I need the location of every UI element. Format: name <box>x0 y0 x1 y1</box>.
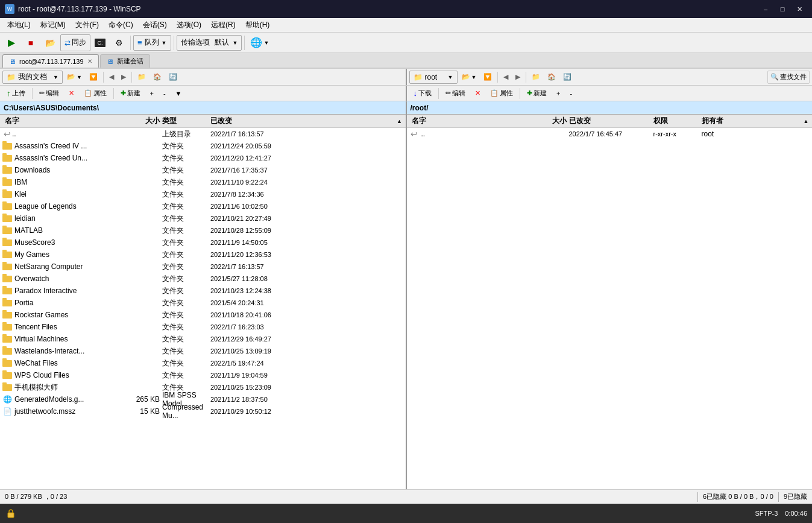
right-refresh-btn[interactable]: 🔄 <box>560 71 574 84</box>
right-minus-btn[interactable]: - <box>565 87 576 100</box>
right-add-btn[interactable]: + <box>552 87 564 100</box>
table-row[interactable]: Virtual Machines文件夹2021/12/29 16:49:27 <box>0 333 406 345</box>
right-col-name-header[interactable]: 名字 <box>409 116 527 126</box>
table-row[interactable]: Klei文件夹2021/7/8 12:34:36 <box>0 188 406 200</box>
left-home-btn[interactable]: 🏠 <box>150 71 165 84</box>
table-row[interactable]: Downloads文件夹2021/7/16 17:35:37 <box>0 164 406 176</box>
session-tab-active[interactable]: 🖥 root@47.113.177.139 ✕ <box>2 54 99 68</box>
left-col-size-header[interactable]: 大小 <box>120 116 162 126</box>
toolbar-btn-2[interactable]: ■ <box>22 34 40 51</box>
right-home-btn[interactable]: 🏠 <box>544 71 559 84</box>
left-path-dropdown[interactable]: 📁 我的文档 ▼ <box>2 71 63 84</box>
file-changed-cell: 2021/12/29 16:49:27 <box>210 335 295 343</box>
right-forward-btn[interactable]: ▶ <box>512 71 523 84</box>
left-folder-btns[interactable]: 📁 <box>134 71 149 84</box>
left-add-btn[interactable]: + <box>146 87 158 100</box>
right-col-size-header[interactable]: 大小 <box>527 116 569 126</box>
table-row[interactable]: WPS Cloud Files文件夹2021/11/9 19:04:59 <box>0 369 406 381</box>
find-files-btn[interactable]: 🔍 查找文件 <box>767 71 810 84</box>
queue-dropdown[interactable]: ≡ 队列 ▼ <box>133 35 171 51</box>
right-col-owner-header[interactable]: 拥有者 <box>702 116 750 126</box>
table-row[interactable]: ↩..上级目录2022/1/7 16:13:57 <box>0 128 406 140</box>
menu-session[interactable]: 会话(S) <box>138 18 172 32</box>
table-row[interactable]: MATLAB文件夹2021/10/28 12:55:09 <box>0 224 406 236</box>
svg-rect-21 <box>2 262 7 264</box>
table-row[interactable]: WeChat Files文件夹2022/1/5 19:47:24 <box>0 357 406 369</box>
left-upload-btn[interactable]: ↑ 上传 <box>2 87 30 100</box>
file-name-text: GeneratedModels.g... <box>14 395 84 404</box>
table-row[interactable]: leidian文件夹2021/10/21 20:27:49 <box>0 212 406 224</box>
table-row[interactable]: Wastelands-Interact...文件夹2021/10/25 13:0… <box>0 345 406 357</box>
left-delete-btn[interactable]: ✕ <box>65 87 78 100</box>
left-minus-btn[interactable]: - <box>159 87 170 100</box>
menu-options[interactable]: 选项(O) <box>172 18 206 32</box>
right-new-btn[interactable]: ✚ 新建 <box>523 87 551 100</box>
toolbar-btn-1[interactable]: ▶ <box>2 34 20 51</box>
menu-local[interactable]: 本地(L) <box>2 18 36 32</box>
session-close-1[interactable]: ✕ <box>87 58 92 65</box>
left-props-btn[interactable]: 📋 属性 <box>80 87 111 100</box>
table-row[interactable]: Tencent Files文件夹2022/1/7 16:23:03 <box>0 321 406 333</box>
remote-icon-btn[interactable]: 🌐 ▼ <box>247 34 272 51</box>
right-filter-btn[interactable]: 🔽 <box>480 71 495 84</box>
table-row[interactable]: Rockstar Games文件夹2021/10/18 20:41:06 <box>0 309 406 321</box>
menu-remote[interactable]: 远程(R) <box>206 18 241 32</box>
transfer-dropdown[interactable]: 传输选项 默认 ▼ <box>177 35 242 51</box>
table-row[interactable]: Overwatch文件夹2021/5/27 11:28:08 <box>0 273 406 285</box>
right-delete-btn[interactable]: ✕ <box>471 87 485 100</box>
right-file-list[interactable]: ↩..2022/1/7 16:45:47r-xr-xr-xroot <box>407 128 813 489</box>
right-browse-btn[interactable]: 📂 ▼ <box>459 71 480 84</box>
left-filter-btn[interactable]: 🔽 <box>86 71 101 84</box>
session-tab-new[interactable]: 🖥 新建会话 <box>100 54 150 68</box>
svg-rect-33 <box>2 334 7 337</box>
menu-file[interactable]: 文件(F) <box>71 18 104 32</box>
left-refresh-btn[interactable]: 🔄 <box>166 71 180 84</box>
right-col-changed-header[interactable]: 已改变 <box>569 116 653 126</box>
svg-rect-40 <box>2 384 12 391</box>
right-edit-btn[interactable]: ✏ 编辑 <box>441 87 470 100</box>
table-row[interactable]: Paradox Interactive文件夹2021/10/23 12:24:3… <box>0 285 406 297</box>
left-browse-btn[interactable]: 📂 ▼ <box>64 71 85 84</box>
right-action-sep-1 <box>438 88 439 99</box>
right-folder-icon: 📁 <box>414 73 423 81</box>
right-folder-btn[interactable]: 📁 <box>529 71 543 84</box>
table-row[interactable]: IBM文件夹2021/11/10 9:22:24 <box>0 176 406 188</box>
left-down-btn[interactable]: ▼ <box>171 87 186 100</box>
table-row[interactable]: My Games文件夹2021/11/20 12:36:53 <box>0 249 406 261</box>
table-row[interactable]: League of Legends文件夹2021/11/6 10:02:50 <box>0 200 406 212</box>
toolbar-btn-3[interactable]: 📂 <box>41 34 59 51</box>
file-type-cell: 文件夹 <box>162 177 210 188</box>
minimize-button[interactable]: – <box>758 3 773 15</box>
toolbar-cmd-btn[interactable]: C: <box>92 34 109 51</box>
file-name-cell: Rockstar Games <box>2 310 120 320</box>
left-new-btn[interactable]: ✚ 新建 <box>116 87 145 100</box>
table-row[interactable]: Portia文件夹2021/5/4 20:24:31 <box>0 297 406 309</box>
table-row[interactable]: MuseScore3文件夹2021/11/9 14:50:05 <box>0 236 406 249</box>
maximize-button[interactable]: □ <box>775 3 790 15</box>
left-col-changed-header[interactable]: 已改变 <box>210 116 295 126</box>
left-back-btn[interactable]: ◀ <box>106 71 117 84</box>
table-row[interactable]: Assassin's Creed Un...文件夹2021/12/20 12:4… <box>0 152 406 164</box>
right-col-perms-header[interactable]: 权限 <box>653 116 702 126</box>
left-file-list[interactable]: ↩..上级目录2022/1/7 16:13:57Assassin's Creed… <box>0 128 406 489</box>
right-back-btn[interactable]: ◀ <box>500 71 511 84</box>
close-button[interactable]: ✕ <box>792 3 807 15</box>
table-row[interactable]: NetSarang Computer文件夹2022/1/7 16:13:57 <box>0 261 406 273</box>
left-edit-btn[interactable]: ✏ 编辑 <box>35 87 63 100</box>
menu-mark[interactable]: 标记(M) <box>36 18 71 32</box>
menu-help[interactable]: 帮助(H) <box>241 18 275 32</box>
status-right-extra-text: 9已隐藏 <box>784 493 807 500</box>
left-col-type-header[interactable]: 类型 <box>162 116 210 126</box>
table-row[interactable]: 📄justthetwoofc.mssz15 KBCompressed Mu...… <box>0 405 406 417</box>
sync-button[interactable]: ⇄ 同步 <box>60 34 90 51</box>
table-row[interactable]: Assassin's Creed IV ...文件夹2021/12/24 20:… <box>0 140 406 152</box>
menu-command[interactable]: 命令(C) <box>104 18 138 32</box>
left-col-name-header[interactable]: 名字 <box>2 116 120 126</box>
right-path-dropdown[interactable]: 📁 root ▼ <box>409 71 458 84</box>
left-forward-btn[interactable]: ▶ <box>118 71 129 84</box>
toolbar-settings-btn[interactable]: ⚙ <box>110 34 128 51</box>
right-props-btn[interactable]: 📋 属性 <box>486 87 517 100</box>
svg-rect-36 <box>2 360 12 367</box>
right-download-btn[interactable]: ↓ 下载 <box>409 87 436 100</box>
table-row[interactable]: ↩..2022/1/7 16:45:47r-xr-xr-xroot <box>407 128 813 140</box>
